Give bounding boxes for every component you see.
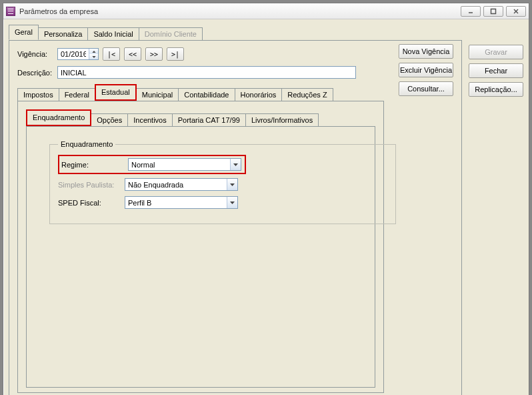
regime-label: Regime: [61, 161, 128, 169]
excluir-vigencia-button[interactable]: Excluir Vigência [399, 63, 453, 77]
simples-paulista-combo[interactable] [125, 178, 238, 191]
maximize-button[interactable] [483, 6, 503, 17]
tab-opcoes[interactable]: Opções [91, 113, 128, 127]
tab-municipal[interactable]: Municipal [136, 88, 179, 101]
tab-contabilidade[interactable]: Contabilidade [178, 88, 235, 101]
simples-paulista-value[interactable] [125, 179, 227, 190]
tab-personaliza[interactable]: Personaliza [38, 27, 88, 41]
svg-marker-5 [92, 56, 95, 58]
app-icon [6, 7, 15, 16]
tab-incentivos[interactable]: Incentivos [127, 113, 173, 127]
minimize-button[interactable] [461, 6, 481, 17]
tab-saldo-inicial[interactable]: Saldo Inicial [87, 27, 139, 41]
outer-tab-panel: Nova Vigência Excluir Vigência Consultar… [9, 40, 462, 395]
svg-rect-1 [491, 9, 496, 13]
outer-action-buttons: Gravar Fechar Replicação... [469, 45, 523, 97]
third-tabstrip: Enquadramento Opções Incentivos Portaria… [26, 109, 375, 126]
tab-livros-informativos[interactable]: Livros/Informativos [245, 113, 319, 127]
sped-fiscal-combo[interactable] [125, 196, 238, 209]
regime-combo[interactable] [128, 158, 241, 171]
replicacao-button[interactable]: Replicação... [469, 82, 523, 97]
tab-dominio-cliente[interactable]: Domínio Cliente [139, 27, 203, 41]
close-button[interactable] [506, 6, 526, 17]
vigencia-down-button[interactable] [89, 54, 98, 59]
tab-federal[interactable]: Federal [59, 88, 95, 101]
descricao-input[interactable] [57, 66, 356, 79]
tab-honorarios[interactable]: Honorários [235, 88, 283, 101]
tab-geral[interactable]: Geral [9, 25, 39, 40]
regime-value[interactable] [129, 159, 230, 170]
tab-enquadramento[interactable]: Enquadramento [26, 109, 91, 126]
tab-reducoes-z[interactable]: Reduções Z [281, 88, 333, 101]
sped-fiscal-dropdown-button[interactable] [227, 197, 237, 208]
outer-tabstrip: Geral Personaliza Saldo Inicial Domínio … [9, 25, 523, 40]
window-buttons [461, 6, 526, 17]
nav-last-button[interactable]: >| [167, 47, 184, 61]
client-area: Gravar Fechar Replicação... Geral Person… [3, 19, 529, 395]
sped-fiscal-label: SPED Fiscal: [58, 199, 125, 207]
vigencia-label: Vigência: [17, 50, 57, 58]
nova-vigencia-button[interactable]: Nova Vigência [399, 44, 453, 59]
nav-first-button[interactable]: |< [103, 47, 120, 61]
svg-marker-4 [92, 51, 95, 53]
second-tabstrip: Impostos Federal Estadual Municipal Cont… [17, 84, 453, 101]
simples-paulista-label: Simples Paulista: [58, 181, 125, 189]
enquadramento-legend: Enquadramento [58, 140, 115, 148]
second-tab-panel: Enquadramento Opções Incentivos Portaria… [17, 101, 384, 393]
svg-marker-8 [230, 202, 235, 204]
vigencia-input[interactable] [58, 49, 89, 59]
vigencia-row: Vigência: |< << >> >| [17, 47, 453, 61]
svg-marker-6 [233, 163, 238, 166]
nav-next-button[interactable]: >> [145, 47, 163, 61]
tab-impostos[interactable]: Impostos [17, 88, 59, 101]
consultar-button[interactable]: Consultar... [399, 81, 453, 96]
vigencia-up-button[interactable] [89, 49, 98, 54]
nav-prev-button[interactable]: << [124, 47, 141, 61]
inner-action-buttons: Nova Vigência Excluir Vigência Consultar… [399, 44, 453, 96]
tab-estadual[interactable]: Estadual [95, 84, 137, 101]
third-tab-panel: Enquadramento Regime: [26, 126, 375, 388]
app-window: Parâmetros da empresa Gravar Fechar Repl… [3, 3, 529, 395]
tab-portaria-cat[interactable]: Portaria CAT 17/99 [172, 113, 246, 127]
regime-dropdown-button[interactable] [230, 159, 241, 170]
enquadramento-fieldset: Enquadramento Regime: [49, 140, 396, 224]
sped-fiscal-value[interactable] [125, 197, 227, 208]
title-bar: Parâmetros da empresa [3, 3, 529, 19]
vigencia-spinner[interactable] [57, 48, 99, 60]
descricao-row: Descrição: [17, 66, 453, 79]
window-title: Parâmetros da empresa [19, 7, 461, 15]
fechar-button[interactable]: Fechar [469, 63, 523, 78]
svg-marker-7 [230, 183, 235, 186]
simples-paulista-dropdown-button[interactable] [227, 179, 237, 190]
gravar-button[interactable]: Gravar [469, 45, 523, 59]
descricao-label: Descrição: [17, 69, 57, 77]
